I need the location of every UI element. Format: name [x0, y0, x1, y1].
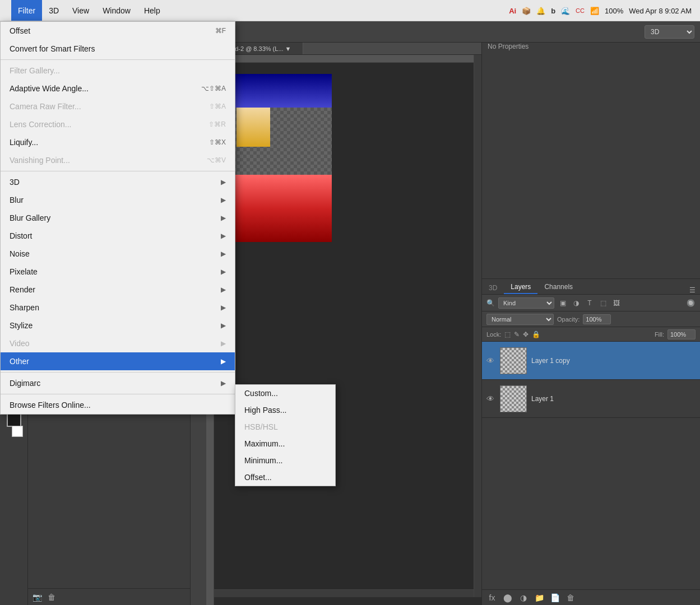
image-content-top: [220, 74, 332, 108]
history-camera-icon[interactable]: 📷: [33, 593, 42, 602]
filter-convert-label: Convert for Smart Filters: [10, 44, 95, 53]
filter-pixelate[interactable]: Pixelate ▶: [1, 263, 235, 281]
filter-blur-label: Blur: [10, 196, 24, 204]
filter-toggle[interactable]: 🔘: [685, 298, 696, 308]
lock-all-icon[interactable]: 🔒: [532, 331, 540, 338]
submenu-maximum[interactable]: Maximum...: [235, 435, 335, 452]
filter-distort[interactable]: Distort ▶: [1, 227, 235, 245]
filter-adaptive-shortcut: ⌥⇧⌘A: [201, 85, 226, 92]
filter-other[interactable]: Other ▶: [1, 352, 235, 370]
filter-stylize[interactable]: Stylize ▶: [1, 317, 235, 334]
filter-noise[interactable]: Noise ▶: [1, 245, 235, 263]
history-delete-icon[interactable]: 🗑: [48, 593, 55, 602]
filter-digimarc[interactable]: Digimarc ▶: [1, 374, 235, 392]
dropbox-icon: 📦: [522, 7, 531, 15]
layer-fx-icon[interactable]: fx: [486, 593, 498, 602]
filter-video-label: Video: [10, 339, 30, 348]
filter-lens-shortcut: ⇧⌘R: [208, 120, 226, 128]
layer-group-icon[interactable]: 📁: [534, 593, 545, 602]
filter-adaptive[interactable]: Adaptive Wide Angle... ⌥⇧⌘A: [1, 80, 235, 97]
horizontal-scrollbar[interactable]: [214, 589, 474, 597]
filter-vanishing: Vanishing Point... ⌥⌘V: [1, 151, 235, 169]
tab-3d[interactable]: 3D: [482, 282, 504, 294]
submenu-offset-label: Offset...: [244, 473, 272, 482]
filter-blur-gallery[interactable]: Blur Gallery ▶: [1, 209, 235, 227]
filter-liquify[interactable]: Liquify... ⇧⌘X: [1, 133, 235, 151]
filter-other-arrow: ▶: [221, 357, 226, 365]
menu-window[interactable]: Window: [96, 0, 137, 21]
layer-delete-icon[interactable]: 🗑: [565, 593, 576, 602]
filter-menu: Offset ⌘F Convert for Smart Filters Filt…: [0, 21, 235, 415]
blend-mode-bar: Normal Dissolve Multiply Screen Overlay …: [482, 311, 700, 327]
filter-sharpen-label: Sharpen: [10, 303, 39, 312]
filter-browse[interactable]: Browse Filters Online...: [1, 396, 235, 414]
filter-type-icon[interactable]: T: [585, 298, 595, 308]
filter-convert-smart[interactable]: Convert for Smart Filters: [1, 40, 235, 58]
search-icon: 🔍: [486, 299, 495, 307]
layer-thumbnail-copy: [500, 347, 527, 374]
layer-visibility-eye-1[interactable]: 👁: [486, 394, 495, 403]
opacity-label: Opacity:: [557, 316, 580, 323]
submenu-minimum[interactable]: Minimum...: [235, 452, 335, 469]
submenu-highpass[interactable]: High Pass...: [235, 402, 335, 418]
filter-browse-label: Browse Filters Online...: [10, 401, 91, 409]
fill-input[interactable]: [667, 329, 696, 339]
submenu-hsbhsl-label: HSB/HSL: [244, 422, 278, 431]
blend-mode-select[interactable]: Normal Dissolve Multiply Screen Overlay: [486, 314, 554, 325]
filter-3d[interactable]: 3D ▶: [1, 173, 235, 191]
filter-smart-icon[interactable]: 🖼: [611, 298, 622, 308]
workspace-select[interactable]: 3D Essentials: [645, 25, 694, 39]
layers-filter-bar: 🔍 Kind Name Effect Mode Attribute Color …: [482, 295, 700, 311]
history-bottom-bar: 📷 🗑: [28, 588, 190, 605]
layer-name-1: Layer 1: [531, 395, 554, 403]
filter-lens: Lens Correction... ⇧⌘R: [1, 115, 235, 133]
layers-bottom-bar: fx ⬤ ◑ 📁 📄 🗑: [482, 589, 700, 605]
submenu-custom[interactable]: Custom...: [235, 385, 335, 402]
menu-3d[interactable]: 3D: [42, 0, 66, 21]
lock-move-icon[interactable]: ✎: [514, 331, 520, 338]
lock-pixels-icon[interactable]: ⬚: [504, 331, 511, 338]
layer-thumbnail-1: [500, 385, 527, 412]
filter-lens-label: Lens Correction...: [10, 120, 72, 129]
filter-blurgallery-arrow: ▶: [221, 214, 226, 222]
filter-pixel-icon[interactable]: ▣: [558, 298, 568, 308]
filter-distort-label: Distort: [10, 231, 32, 240]
tab-channels[interactable]: Channels: [537, 281, 580, 294]
opacity-input[interactable]: [583, 314, 611, 324]
filter-divider-3: [1, 372, 235, 373]
menu-view[interactable]: View: [66, 0, 96, 21]
filter-offset-shortcut: ⌘F: [215, 27, 226, 35]
tab-layers[interactable]: Layers: [504, 281, 537, 294]
menu-help[interactable]: Help: [137, 0, 167, 21]
filter-noise-label: Noise: [10, 249, 30, 258]
submenu-maximum-label: Maximum...: [244, 439, 285, 448]
layer-mask-icon[interactable]: ⬤: [502, 593, 513, 602]
layer-visibility-eye-copy[interactable]: 👁: [486, 356, 495, 365]
layer-row-copy[interactable]: 👁 Layer 1 copy: [482, 342, 700, 380]
filter-blur-arrow: ▶: [221, 196, 226, 204]
wifi-icon: 📶: [590, 7, 599, 15]
vertical-scrollbar[interactable]: [474, 55, 481, 597]
filter-adjust-icon[interactable]: ◑: [571, 298, 581, 308]
filter-offset-label: Offset: [10, 26, 30, 35]
filter-kind-select[interactable]: Kind Name Effect Mode Attribute Color Sm…: [498, 297, 554, 309]
battery-status: 100%: [605, 7, 623, 15]
lock-artboards-icon[interactable]: ✥: [523, 331, 529, 338]
filter-liquify-label: Liquify...: [10, 138, 38, 147]
filter-blur[interactable]: Blur ▶: [1, 191, 235, 209]
layers-panel-menu[interactable]: ☰: [685, 286, 700, 294]
filter-noise-arrow: ▶: [221, 250, 226, 258]
filter-shape-icon[interactable]: ⬚: [598, 298, 608, 308]
canvas-viewport[interactable]: [214, 63, 474, 589]
b-icon: b: [551, 7, 555, 15]
submenu-offset[interactable]: Offset...: [235, 469, 335, 486]
filter-offset[interactable]: Offset ⌘F: [1, 22, 235, 40]
menu-filter[interactable]: Filter: [11, 0, 42, 21]
filter-render[interactable]: Render ▶: [1, 281, 235, 299]
background-color[interactable]: [12, 426, 23, 437]
filter-sharpen[interactable]: Sharpen ▶: [1, 299, 235, 317]
layer-adjust-icon[interactable]: ◑: [518, 593, 529, 602]
layer-new-icon[interactable]: 📄: [549, 593, 560, 602]
layer-row-1[interactable]: 👁 Layer 1: [482, 380, 700, 418]
filter-divider-1: [1, 59, 235, 60]
